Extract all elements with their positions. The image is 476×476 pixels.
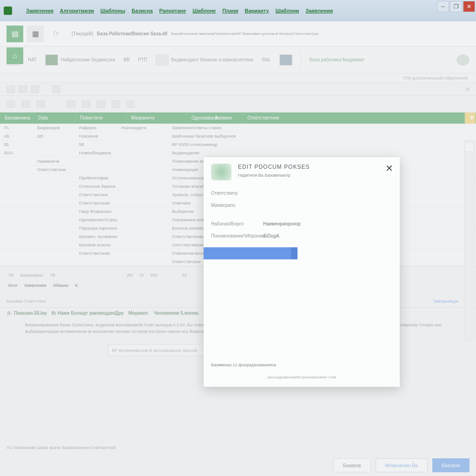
modal-row: Маяверапо	[211, 199, 392, 211]
field-label: Маяверапо	[211, 203, 263, 208]
menu-item[interactable]: Шаблоны	[100, 8, 125, 13]
app-logo-icon	[4, 7, 12, 15]
main-menu: Заявления Алгоритмизм Шаблоны Базисна Ра…	[26, 8, 333, 13]
menu-item[interactable]: Шаблони	[276, 8, 299, 13]
modal-selected-row[interactable]	[204, 247, 293, 259]
close-button[interactable]: ✕	[463, 1, 475, 12]
modal-row: Набоная/БоргоНаименриоронор	[211, 218, 392, 230]
app-body: ▤ ▦ ⟳ (Текущей) База Работник/Вмесие баз…	[0, 21, 476, 476]
field-label: Набоная/Борго	[211, 221, 263, 226]
menu-item[interactable]: Плани	[222, 8, 238, 13]
modal-logo-icon	[211, 164, 231, 180]
edit-modal: EDIT PDOCUM POKSES Надитили Ва Базовилаю…	[204, 157, 400, 387]
modal-close-button[interactable]: ✕	[385, 163, 393, 174]
maximize-button[interactable]: ❐	[450, 1, 462, 12]
dropdown-handle-icon[interactable]	[291, 247, 298, 259]
menu-item[interactable]: Заявления	[305, 8, 333, 13]
field-label: Ответстветр	[211, 191, 263, 196]
modal-title: EDIT PDOCUM POKSES	[238, 164, 310, 170]
modal-row: Ответстветр	[211, 187, 392, 199]
menu-item[interactable]: Базисна	[132, 8, 152, 13]
field-value: SIDogA.	[263, 233, 280, 238]
modal-subtitle: Надитили Ва Базовилаютр	[238, 173, 310, 178]
menu-item[interactable]: Варианту	[245, 8, 269, 13]
modal-footer-link[interactable]: расокадованиев/Всореноприсвате став	[204, 375, 400, 379]
modal-footer-text: Базкменаз 11 фонрадзнованияса	[211, 363, 276, 367]
menu-item[interactable]: Рапортане	[159, 8, 186, 13]
modal-body: Ответстветр Маяверапо Набоная/БоргоНаиме…	[204, 182, 400, 264]
field-label: Пономонвание!\Ипроним	[211, 233, 263, 238]
titlebar: Заявления Алгоритмизм Шаблоны Базисна Ра…	[0, 0, 476, 21]
minimize-button[interactable]: ─	[437, 1, 449, 12]
window-controls: ─ ❐ ✕	[437, 1, 475, 12]
menu-item[interactable]: Шаблоне	[192, 8, 216, 13]
modal-header: EDIT PDOCUM POKSES Надитили Ва Базовилаю…	[204, 157, 400, 182]
field-value: Наименриоронор	[263, 221, 301, 226]
modal-row: Пономонвание!\ИпронимSIDogA.	[211, 230, 392, 242]
menu-item[interactable]: Заявления	[26, 8, 53, 13]
menu-item[interactable]: Алгоритмизм	[60, 8, 94, 13]
